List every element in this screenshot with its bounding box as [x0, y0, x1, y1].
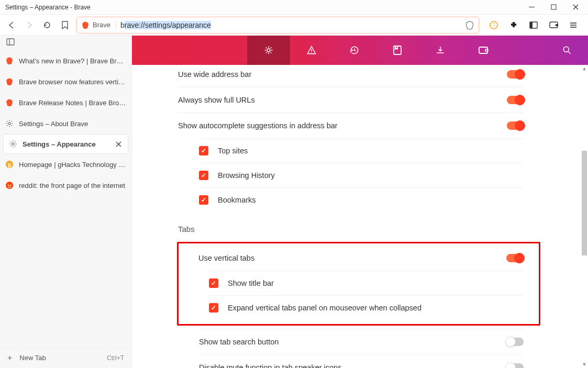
settings-body[interactable]: Use wide address bar Always show full UR… — [132, 65, 588, 368]
toggle-autocomplete[interactable] — [507, 121, 524, 130]
wallet-button[interactable] — [547, 19, 560, 31]
favicon-gear-icon — [9, 140, 17, 148]
tab-title: Settings – About Brave — [19, 120, 126, 128]
checkbox-history[interactable]: ✓ — [199, 171, 208, 180]
setting-subrow-history: ✓ Browsing History — [199, 163, 524, 187]
vertical-tab[interactable]: g Homepage | gHacks Technology News — [0, 154, 131, 175]
setting-label: Disable mute function in tab speaker ico… — [199, 363, 507, 368]
setting-label: Show title bar — [228, 279, 274, 287]
toggle-tab-search[interactable] — [507, 338, 524, 346]
nav-search-icon[interactable] — [546, 36, 588, 65]
window-minimize-button[interactable] — [521, 1, 542, 14]
vertical-tab[interactable]: reddit: the front page of the internet — [0, 175, 131, 196]
tab-title: Homepage | gHacks Technology News — [19, 161, 126, 169]
window-title: Settings – Appearance - Brave — [2, 4, 521, 11]
checkbox-top-sites[interactable]: ✓ — [199, 146, 208, 155]
setting-label: Always show full URLs — [178, 96, 507, 104]
scroll-up-icon[interactable]: ▲ — [581, 65, 588, 72]
tab-title: Brave browser now features vertical tabs — [19, 78, 126, 86]
site-identity[interactable]: Brave — [81, 21, 116, 29]
vertical-tab[interactable]: Brave Release Notes | Brave Browser — [0, 92, 131, 113]
tab-title: Settings – Appearance — [23, 140, 109, 148]
setting-subrow-show-title: ✓ Show title bar — [209, 271, 523, 295]
svg-point-22 — [10, 185, 11, 186]
bookmark-button[interactable] — [59, 19, 71, 31]
brave-shields-icon[interactable] — [465, 20, 474, 30]
address-bar[interactable]: Brave brave://settings/appearance — [76, 17, 479, 34]
setting-label: Show autocomplete suggestions in address… — [178, 121, 507, 130]
setting-row-full-urls: Always show full URLs — [178, 87, 524, 113]
vertical-tab[interactable]: What's new in Brave? | Brave Browser — [0, 50, 131, 71]
nav-downloads-icon[interactable] — [419, 36, 462, 65]
toggle-full-urls[interactable] — [507, 96, 524, 104]
setting-row-disable-mute: Disable mute function in tab speaker ico… — [199, 354, 524, 368]
toggle-wide-address[interactable] — [507, 70, 524, 79]
vertical-tab[interactable]: Brave browser now features vertical tabs — [0, 71, 131, 92]
setting-label: Expand vertical tabs panel on mouseover … — [228, 304, 421, 312]
sidebar-toggle-button[interactable] — [527, 19, 540, 31]
checkbox-expand[interactable]: ✓ — [209, 303, 218, 313]
site-identity-label: Brave — [93, 21, 110, 29]
nav-wallet-icon[interactable] — [462, 36, 505, 65]
svg-rect-8 — [556, 24, 558, 26]
vertical-tab-active[interactable]: Settings – Appearance — [3, 134, 128, 154]
favicon-ghacks-icon: g — [5, 160, 14, 169]
scrollbar-thumb[interactable] — [582, 151, 587, 255]
setting-row-tab-search: Show tab search button — [199, 329, 524, 354]
svg-point-14 — [8, 122, 10, 125]
checkbox-bookmarks[interactable]: ✓ — [199, 195, 208, 205]
nav-shields-icon[interactable] — [290, 36, 333, 65]
window-maximize-button[interactable] — [543, 1, 564, 14]
svg-rect-12 — [7, 39, 14, 45]
tab-close-button[interactable] — [115, 141, 123, 147]
new-tab-label: New Tab — [19, 354, 46, 362]
svg-point-29 — [563, 47, 569, 52]
checkbox-show-title[interactable]: ✓ — [209, 278, 218, 288]
setting-subrow-expand: ✓ Expand vertical tabs panel on mouseove… — [209, 295, 523, 320]
forward-button[interactable] — [23, 19, 36, 31]
panel-toggle-icon[interactable] — [4, 36, 17, 48]
favicon-gear-icon — [5, 119, 14, 128]
svg-rect-6 — [530, 22, 532, 28]
new-tab-button[interactable]: + New Tab Ctrl+T — [0, 347, 131, 368]
svg-line-30 — [569, 52, 571, 54]
scrollbar[interactable]: ▲ ▼ — [581, 65, 588, 368]
setting-label: Top sites — [218, 147, 248, 155]
window-titlebar: Settings – Appearance - Brave — [0, 0, 588, 15]
back-button[interactable] — [5, 19, 18, 31]
nav-history-icon[interactable] — [333, 36, 376, 65]
svg-rect-28 — [485, 49, 488, 51]
svg-point-23 — [267, 49, 270, 52]
favicon-brave-icon — [5, 98, 14, 107]
svg-point-25 — [311, 52, 312, 53]
svg-point-21 — [8, 185, 9, 186]
tab-list: What's new in Brave? | Brave Browser Bra… — [0, 48, 131, 347]
setting-label: Browsing History — [218, 171, 275, 180]
brave-lion-icon — [81, 21, 90, 29]
svg-rect-1 — [551, 5, 556, 9]
setting-label: Show tab search button — [199, 338, 507, 346]
window-close-button[interactable] — [565, 1, 586, 14]
rewards-button[interactable] — [487, 19, 500, 31]
scrollbar-track[interactable] — [581, 72, 588, 361]
extensions-button[interactable] — [507, 19, 520, 31]
vertical-tab[interactable]: Settings – About Brave — [0, 113, 131, 134]
setting-label: Use vertical tabs — [198, 254, 506, 262]
nav-general-icon[interactable] — [247, 36, 290, 65]
vertical-tabs-panel: What's new in Brave? | Brave Browser Bra… — [0, 36, 132, 368]
tab-title: reddit: the front page of the internet — [19, 182, 126, 189]
plus-icon: + — [7, 353, 12, 363]
reload-button[interactable] — [41, 19, 53, 31]
svg-rect-27 — [479, 47, 487, 53]
scroll-down-icon[interactable]: ▼ — [581, 361, 588, 368]
favicon-brave-icon — [5, 57, 14, 65]
setting-subrow-bookmarks: ✓ Bookmarks — [199, 187, 524, 212]
favicon-brave-icon — [5, 77, 14, 86]
app-menu-button[interactable] — [567, 19, 580, 31]
nav-bookmarks-icon[interactable] — [376, 36, 419, 65]
tab-title: What's new in Brave? | Brave Browser — [19, 57, 126, 65]
new-tab-shortcut: Ctrl+T — [107, 354, 124, 362]
setting-row-autocomplete: Show autocomplete suggestions in address… — [178, 113, 524, 138]
toggle-disable-mute[interactable] — [507, 363, 524, 368]
toggle-vertical-tabs[interactable] — [506, 254, 523, 262]
